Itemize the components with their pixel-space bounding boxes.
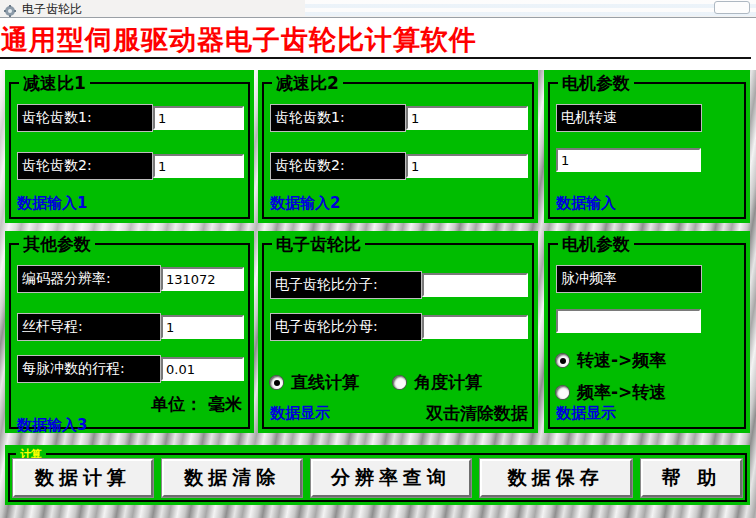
pulse-frequency-label: 脉冲频率 (556, 265, 702, 293)
reduction1-teeth1-input[interactable] (153, 106, 244, 130)
radio-icon[interactable] (270, 376, 283, 389)
page-title: 通用型伺服驱动器电子齿轮比计算软件 (1, 22, 477, 58)
field-row: 齿轮齿数2: (270, 152, 528, 180)
header: 通用型伺服驱动器电子齿轮比计算软件 (0, 18, 756, 70)
groupbox-title: 电机参数 (558, 233, 634, 256)
field-row: 丝杆导程: (17, 313, 244, 341)
panel-other-params: 其他参数 编码器分辨率: 丝杆导程: 每脉冲数的行程: 单位： 毫米 数据输入3 (5, 231, 254, 433)
reduction1-teeth2-input[interactable] (153, 154, 244, 178)
convert-mode-radios: 转速->频率 频率->转速 (556, 349, 740, 404)
background-window (305, 0, 756, 16)
field-label: 齿轮齿数2: (270, 152, 406, 180)
data-input2-label: 数据输入2 (270, 194, 528, 213)
field-label: 每脉冲数的行程: (17, 355, 161, 383)
radio-label: 角度计算 (414, 371, 482, 394)
field-row (556, 146, 740, 174)
radio-freq-to-speed[interactable]: 频率->转速 (556, 381, 740, 404)
radio-icon[interactable] (556, 386, 569, 399)
panel-calc: 计算 数据计算 数据清除 分辨率查询 数据保存 帮 助 (5, 445, 750, 505)
field-row: 每脉冲数的行程: (17, 355, 244, 383)
field-label: 编码器分辨率: (17, 265, 161, 293)
calc-mode-radios: 直线计算 角度计算 (270, 371, 528, 394)
field-row: 电子齿轮比分子: (270, 271, 528, 299)
radio-linear-calc[interactable]: 直线计算 (270, 371, 359, 394)
radio-label: 频率->转速 (577, 381, 666, 404)
field-row: 电子齿轮比分母: (270, 313, 528, 341)
motor-speed-label: 电机转速 (556, 104, 702, 132)
double-click-clear-hint: 双击清除数据 (426, 402, 528, 425)
divider (0, 57, 751, 59)
groupbox-title: 其他参数 (19, 233, 95, 256)
radio-icon[interactable] (393, 376, 406, 389)
help-button[interactable]: 帮 助 (641, 459, 742, 497)
reduction2-teeth2-input[interactable] (406, 154, 528, 178)
groupbox-title: 电子齿轮比 (272, 233, 365, 256)
field-label: 齿轮齿数1: (270, 104, 406, 132)
groupbox-title: 减速比2 (272, 72, 343, 95)
app-window: 电子齿轮比 通用型伺服驱动器电子齿轮比计算软件 减速比1 齿轮齿数1: 齿轮齿数… (0, 0, 756, 518)
data-input1-label: 数据输入1 (17, 194, 244, 213)
calc-button[interactable]: 数据计算 (13, 459, 153, 497)
field-row: 编码器分辨率: (17, 265, 244, 293)
data-display-label: 数据显示 (556, 404, 740, 423)
window-title: 电子齿轮比 (22, 1, 82, 18)
field-label: 丝杆导程: (17, 313, 161, 341)
radio-angle-calc[interactable]: 角度计算 (393, 371, 482, 394)
field-label: 电子齿轮比分母: (270, 313, 422, 341)
gear-numerator-input[interactable] (422, 273, 528, 297)
data-input3-label: 数据输入3 (17, 416, 244, 435)
clear-button[interactable]: 数据清除 (162, 459, 302, 497)
groupbox-title: 电机参数 (558, 72, 634, 95)
data-input-label: 数据输入 (556, 194, 740, 213)
radio-icon[interactable] (556, 354, 569, 367)
field-label: 齿轮齿数1: (17, 104, 153, 132)
background-window-control (714, 1, 750, 14)
field-row: 齿轮齿数1: (270, 104, 528, 132)
titlebar: 电子齿轮比 (0, 0, 756, 18)
radio-speed-to-freq[interactable]: 转速->频率 (556, 349, 740, 372)
field-row: 齿轮齿数2: (17, 152, 244, 180)
data-display-label: 数据显示 (270, 404, 330, 423)
panel-gear-ratio: 电子齿轮比 电子齿轮比分子: 电子齿轮比分母: 直线计算 角度计算 (258, 231, 538, 433)
unit-label: 单位： 毫米 (151, 393, 242, 416)
radio-label: 转速->频率 (577, 349, 666, 372)
radio-label: 直线计算 (291, 371, 359, 394)
field-row (556, 307, 740, 335)
field-label: 齿轮齿数2: (17, 152, 153, 180)
resolution-query-button[interactable]: 分辨率查询 (311, 459, 471, 497)
motor-speed-input[interactable] (556, 148, 701, 172)
panel-motor-top: 电机参数 电机转速 数据输入 (544, 70, 750, 223)
encoder-resolution-input[interactable] (161, 267, 244, 291)
panel-reduction2: 减速比2 齿轮齿数1: 齿轮齿数2: 数据输入2 (258, 70, 538, 223)
save-button[interactable]: 数据保存 (480, 459, 632, 497)
field-row: 齿轮齿数1: (17, 104, 244, 132)
field-label: 电子齿轮比分子: (270, 271, 422, 299)
travel-per-pulse-input[interactable] (161, 357, 244, 381)
gear-denominator-input[interactable] (422, 315, 528, 339)
groupbox-title: 减速比1 (19, 72, 90, 95)
reduction2-teeth1-input[interactable] (406, 106, 528, 130)
app-icon (4, 2, 16, 14)
panel-reduction1: 减速比1 齿轮齿数1: 齿轮齿数2: 数据输入1 (5, 70, 254, 223)
panel-motor-bottom: 电机参数 脉冲频率 转速->频率 频率->转速 数据显示 (544, 231, 750, 433)
screw-lead-input[interactable] (161, 315, 244, 339)
pulse-frequency-input[interactable] (556, 309, 701, 333)
